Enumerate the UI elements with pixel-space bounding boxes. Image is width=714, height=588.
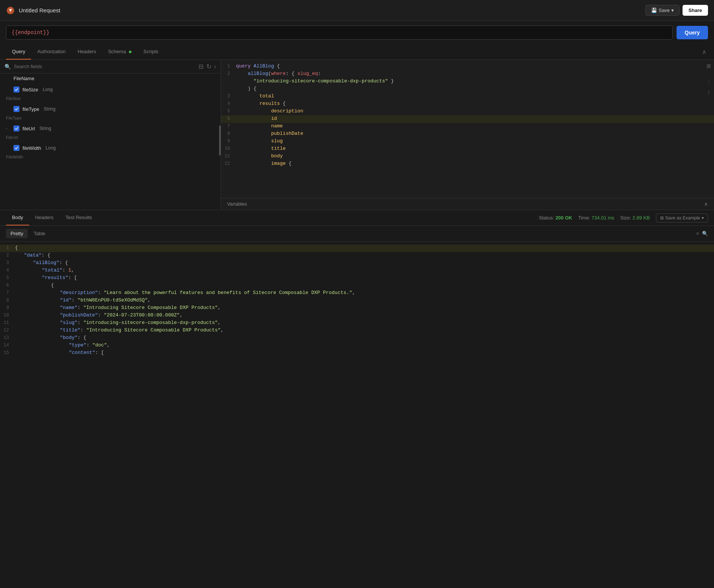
json-line: 10 "publishDate": "2024-07-23T00:00:00.0… bbox=[0, 312, 714, 319]
editor-panel: ⊞ 1 query AllBlog { 2 allBlog(where: { s… bbox=[221, 60, 714, 210]
schema-panel: 🔍 ⊟ ↻ ‹ FileName fileSize bbox=[0, 60, 221, 210]
field-checkbox[interactable] bbox=[13, 145, 19, 151]
tab-scripts[interactable]: Scripts bbox=[137, 44, 164, 60]
endpoint-input[interactable] bbox=[6, 25, 673, 40]
search-bar: 🔍 ⊟ ↻ ‹ bbox=[0, 60, 221, 73]
size-value: 2.89 KB bbox=[632, 215, 650, 221]
variables-bar[interactable]: Variables ∧ bbox=[221, 198, 714, 210]
format-icon[interactable]: ≡ bbox=[696, 231, 699, 236]
status-bar: Status: 200 OK Time: 734.01 ms Size: 2.8… bbox=[539, 213, 708, 222]
editor-sidebar: ⋮ | bbox=[704, 75, 714, 99]
app-title: Untitled Request bbox=[19, 7, 60, 13]
time-label: Time: 734.01 ms bbox=[578, 215, 614, 221]
fields-list: FileName fileSize Long FileSize bbox=[0, 73, 221, 210]
code-line: 12 image { bbox=[221, 160, 714, 168]
list-item: fileType String FileType bbox=[0, 103, 221, 122]
code-line-highlighted: 6 id bbox=[221, 115, 714, 123]
save-button[interactable]: 💾 Save ▾ bbox=[645, 5, 680, 16]
list-item[interactable]: FileName bbox=[0, 73, 221, 84]
search-input[interactable] bbox=[14, 64, 196, 69]
share-button[interactable]: Share bbox=[683, 5, 708, 16]
save-example-icon: ⊞ bbox=[660, 215, 664, 221]
prettify-icon[interactable]: ⊞ bbox=[707, 63, 711, 69]
tab-body[interactable]: Body bbox=[6, 210, 29, 225]
json-line: 13 "body": { bbox=[0, 334, 714, 342]
code-line: 4 results { bbox=[221, 100, 714, 108]
code-line: 8 publishDate bbox=[221, 130, 714, 138]
scrollbar-thumb bbox=[219, 125, 221, 155]
header-right: 💾 Save ▾ Share bbox=[645, 5, 708, 16]
response-body: Pretty Table ≡ 🔍 1 { 2 "data": { 3 "allB… bbox=[0, 226, 714, 360]
code-line: 3 total bbox=[221, 93, 714, 100]
sidebar-tool-2[interactable]: | bbox=[705, 88, 713, 96]
tab-query[interactable]: Query bbox=[6, 44, 31, 60]
sidebar-tool-1[interactable]: ⋮ bbox=[705, 78, 713, 85]
time-value: 734.01 ms bbox=[592, 215, 614, 221]
json-line: 8 "id": "bthW8EnPU0-tdSeXOdMdSQ", bbox=[0, 297, 714, 304]
tab-headers[interactable]: Headers bbox=[72, 44, 102, 60]
field-section-label: FileType bbox=[0, 114, 221, 122]
json-line: 6 { bbox=[0, 282, 714, 290]
field-checkbox[interactable] bbox=[13, 125, 19, 131]
app-header: Untitled Request 💾 Save ▾ Share bbox=[0, 0, 714, 21]
variables-collapse-icon[interactable]: ∧ bbox=[704, 201, 708, 207]
subtabs-bar: Pretty Table ≡ 🔍 bbox=[0, 226, 714, 242]
tab-test-results[interactable]: Test Results bbox=[60, 210, 98, 225]
code-line: 2 allBlog(where: { slug_eq: bbox=[221, 70, 714, 78]
code-editor[interactable]: 1 query AllBlog { 2 allBlog(where: { slu… bbox=[221, 60, 714, 198]
code-line: 11 body bbox=[221, 153, 714, 160]
save-as-example-button[interactable]: ⊞ Save as Example ▾ bbox=[656, 213, 708, 222]
field-section-label: FileUrl bbox=[0, 134, 221, 141]
field-checkbox[interactable] bbox=[13, 87, 19, 93]
status-label: Status: 200 OK bbox=[539, 215, 572, 221]
tab-schema[interactable]: Schema bbox=[102, 44, 137, 60]
search-tools: ⊟ ↻ ‹ bbox=[199, 63, 216, 70]
json-line: 15 "content": [ bbox=[0, 349, 714, 357]
tabs-right: ∧ bbox=[701, 47, 708, 57]
subtab-table[interactable]: Table bbox=[29, 229, 50, 238]
refresh-icon[interactable]: ↻ bbox=[206, 63, 211, 70]
tab-response-headers[interactable]: Headers bbox=[29, 210, 60, 225]
tabs-left: Query Authorization Headers Schema Scrip… bbox=[6, 44, 164, 60]
list-item: fileWidth Long FileWidth bbox=[0, 142, 221, 161]
request-tabs: Query Authorization Headers Schema Scrip… bbox=[0, 44, 714, 60]
json-line: 11 "slug": "introducing-sitecore-composa… bbox=[0, 319, 714, 327]
tab-authorization[interactable]: Authorization bbox=[31, 44, 72, 60]
json-line: 1 { bbox=[0, 245, 714, 252]
json-line: 12 "title": "Introducing Sitecore Compos… bbox=[0, 327, 714, 334]
search-response-icon[interactable]: 🔍 bbox=[702, 231, 708, 236]
endpoint-bar: Query bbox=[0, 21, 714, 44]
app-logo-icon bbox=[6, 6, 15, 15]
collapse-button[interactable]: ∧ bbox=[701, 47, 708, 57]
save-icon: 💾 bbox=[651, 7, 657, 13]
search-icon: 🔍 bbox=[4, 64, 11, 70]
json-line: 3 "allBlog": { bbox=[0, 260, 714, 267]
json-line: 2 "data": { bbox=[0, 252, 714, 260]
code-line: 7 name bbox=[221, 123, 714, 130]
variables-label: Variables bbox=[227, 201, 247, 207]
filter-icon[interactable]: ⊟ bbox=[199, 63, 203, 70]
field-checkbox[interactable] bbox=[13, 106, 19, 112]
bottom-tabs-left: Body Headers Test Results bbox=[6, 210, 98, 225]
code-line: "introducing-sitecore-composable-dxp-pro… bbox=[221, 78, 714, 85]
expand-arrow-icon[interactable]: › bbox=[6, 127, 10, 131]
code-line: 9 slug bbox=[221, 138, 714, 145]
query-button[interactable]: Query bbox=[677, 26, 708, 39]
code-line: 10 title bbox=[221, 145, 714, 153]
list-item: fileSize Long FileSize bbox=[0, 84, 221, 103]
json-line: 9 "name": "Introducing Sitecore Composab… bbox=[0, 304, 714, 312]
json-line: 4 "total": 1, bbox=[0, 267, 714, 275]
list-item: › fileUrl String FileUrl bbox=[0, 122, 221, 142]
json-line: 7 "description": "Learn about the powerf… bbox=[0, 290, 714, 297]
save-example-dropdown-icon: ▾ bbox=[702, 215, 704, 221]
code-line: 1 query AllBlog { bbox=[221, 63, 714, 70]
subtab-pretty[interactable]: Pretty bbox=[6, 229, 28, 238]
editor-tools: ⊞ bbox=[707, 63, 711, 69]
code-line: 5 description bbox=[221, 108, 714, 115]
save-dropdown-icon: ▾ bbox=[671, 7, 674, 13]
subtabs-right: ≡ 🔍 bbox=[696, 231, 708, 236]
json-area: 1 { 2 "data": { 3 "allBlog": { 4 "total"… bbox=[0, 242, 714, 360]
schema-dot-indicator bbox=[129, 51, 131, 53]
collapse-panel-icon[interactable]: ‹ bbox=[214, 63, 216, 70]
header-left: Untitled Request bbox=[6, 6, 60, 15]
